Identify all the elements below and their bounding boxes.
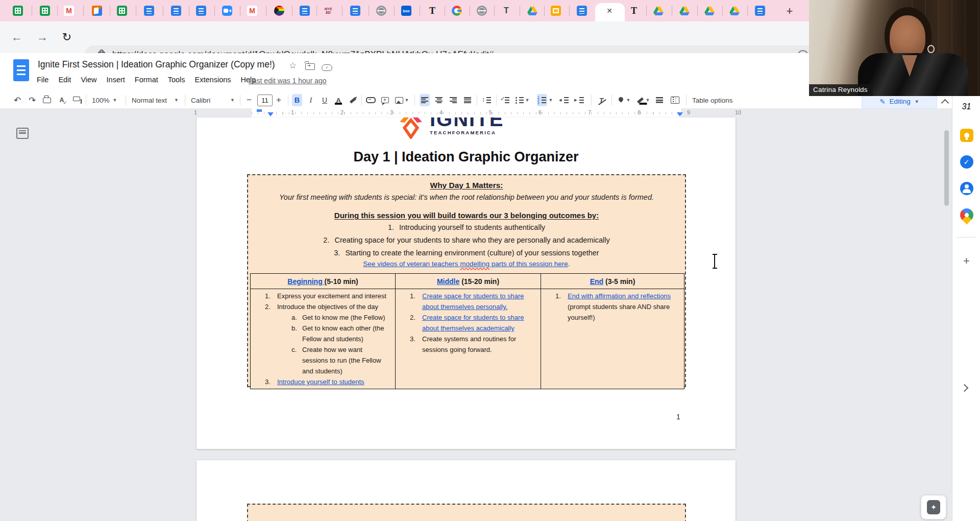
decrease-indent-button[interactable] [559, 94, 570, 106]
document-outline-icon[interactable] [16, 128, 29, 139]
middle-link[interactable]: Middle [437, 277, 459, 286]
tasks-icon[interactable] [960, 155, 973, 169]
tab-favicon-sheets[interactable] [34, 1, 56, 20]
tab-favicon-drive[interactable] [673, 1, 696, 20]
highlight-color-button[interactable] [348, 94, 358, 106]
undo-button[interactable]: ↶ [12, 94, 22, 106]
italic-button[interactable]: I [306, 94, 316, 106]
tab-favicon-book[interactable] [86, 1, 108, 20]
menu-insert[interactable]: Insert [107, 76, 125, 84]
spellcheck-button[interactable]: A [57, 94, 67, 106]
font-select[interactable]: Calibri▼ [191, 95, 235, 105]
star-icon[interactable]: ☆ [289, 60, 297, 71]
video-call-overlay[interactable]: Catrina Reynolds [809, 0, 980, 96]
cell-middle[interactable]: 1.Create space for students to shareabou… [396, 289, 541, 389]
forward-button[interactable]: → [34, 29, 51, 46]
tab-favicon-slides[interactable] [545, 1, 567, 20]
zoom-select[interactable]: 100%▼ [92, 95, 117, 105]
page-1[interactable]: IGNITE TEACHFORAMERICA Day 1 | Ideation … [197, 117, 736, 449]
tab-favicon-nysed[interactable]: NYSED [317, 1, 339, 20]
bulleted-list-caret[interactable]: ▼ [525, 94, 530, 106]
tab-favicon-sheets[interactable] [7, 1, 29, 20]
insert-link-button[interactable] [365, 94, 376, 106]
insert-image-button[interactable] [394, 94, 404, 106]
doc-link[interactable]: Create space for students to share [422, 292, 524, 303]
doc-link[interactable]: about themselves personally. [422, 303, 507, 314]
back-button[interactable]: ← [8, 29, 26, 46]
tab-favicon-nyt[interactable]: T [623, 1, 645, 20]
bulleted-list-button[interactable] [514, 94, 525, 106]
menu-tools[interactable]: Tools [168, 76, 185, 84]
left-indent-marker[interactable] [267, 112, 274, 116]
tab-favicon-gmail[interactable]: M [241, 1, 263, 20]
doc-link[interactable]: Create space for students to share [422, 314, 524, 324]
text-color-button[interactable]: A [333, 94, 344, 106]
tab-favicon-box[interactable]: box [395, 1, 418, 20]
fill-color-caret[interactable]: ▼ [626, 94, 631, 106]
last-edit-link[interactable]: Last edit was 1 hour ago [249, 77, 327, 85]
add-comment-button[interactable] [380, 94, 390, 106]
align-center-button[interactable] [434, 94, 444, 106]
maps-icon[interactable] [957, 206, 976, 225]
tab-favicon-drive[interactable] [521, 1, 544, 20]
editing-mode-button[interactable]: ✎ Editing ▼ [862, 94, 937, 109]
gemini-button[interactable]: ✦ [921, 495, 946, 519]
font-size-input[interactable]: 11 [257, 94, 273, 106]
underline-button[interactable]: U [320, 94, 330, 106]
right-indent-marker[interactable] [677, 112, 683, 116]
paint-format-button[interactable] [71, 94, 82, 106]
border-color-button[interactable] [635, 94, 645, 106]
beginning-link[interactable]: Beginning [287, 277, 324, 286]
bold-button[interactable]: B [292, 94, 302, 106]
keep-icon[interactable] [960, 129, 973, 142]
first-line-indent-marker[interactable] [257, 109, 262, 112]
table-options-button[interactable]: Table options [692, 95, 733, 105]
ruler[interactable]: 112345678910 [0, 108, 952, 117]
get-addons-button[interactable]: + [963, 254, 970, 268]
numbered-list-caret[interactable]: ▼ [548, 94, 553, 106]
align-justify-button[interactable] [462, 94, 473, 106]
line-spacing-button[interactable] [482, 94, 492, 106]
tab-favicon-docs[interactable] [749, 1, 771, 20]
numbered-list-button[interactable] [537, 94, 547, 106]
tab-favicon-docs[interactable] [138, 1, 160, 20]
fill-color-button[interactable] [616, 94, 626, 106]
tab-favicon-gmail[interactable]: M [58, 1, 80, 20]
video-link[interactable]: See videos of veteran teachers modelling… [363, 260, 568, 268]
tab-favicon-drive[interactable] [647, 1, 670, 20]
tab-favicon-globe[interactable] [370, 1, 393, 20]
calendar-icon[interactable]: 31 [960, 100, 973, 113]
tab-favicon-docs[interactable] [190, 1, 212, 20]
tab-favicon-docs[interactable] [293, 1, 316, 20]
active-tab-close-icon[interactable]: ✕ [598, 1, 621, 20]
print-button[interactable] [42, 94, 52, 106]
doc-link[interactable]: End with affirmation and reflections [568, 292, 671, 303]
docs-logo-icon[interactable] [13, 59, 29, 81]
doc-link[interactable]: about themselves academically [422, 324, 514, 335]
tab-favicon-globe[interactable] [471, 1, 493, 20]
border-color-caret[interactable]: ▼ [645, 94, 650, 106]
decrease-font-size-button[interactable]: − [244, 94, 254, 106]
menu-extensions[interactable]: Extensions [195, 76, 231, 84]
increase-font-size-button[interactable]: + [274, 94, 284, 106]
checklist-button[interactable] [500, 94, 510, 106]
tab-favicon-docs[interactable] [344, 1, 366, 20]
increase-indent-button[interactable] [575, 94, 585, 106]
align-left-button[interactable] [420, 94, 430, 106]
tab-favicon-drive[interactable] [723, 1, 746, 20]
menu-view[interactable]: View [81, 76, 96, 84]
menu-edit[interactable]: Edit [58, 76, 71, 84]
contacts-icon[interactable] [960, 182, 973, 195]
new-tab-button[interactable]: + [782, 4, 797, 18]
insert-image-caret[interactable]: ▼ [404, 94, 409, 106]
border-width-button[interactable] [654, 94, 665, 106]
vertical-scrollbar[interactable] [944, 130, 949, 206]
tab-favicon-drive[interactable] [698, 1, 721, 20]
reload-button[interactable]: ↻ [58, 29, 76, 46]
tab-favicon-tpt[interactable]: T [495, 1, 518, 20]
border-dash-button[interactable] [670, 94, 680, 106]
end-link[interactable]: End [590, 277, 603, 286]
align-right-button[interactable] [448, 94, 458, 106]
menu-file[interactable]: File [37, 76, 48, 84]
document-title-input[interactable]: Ignite First Session | Ideation Graphic … [38, 59, 275, 70]
